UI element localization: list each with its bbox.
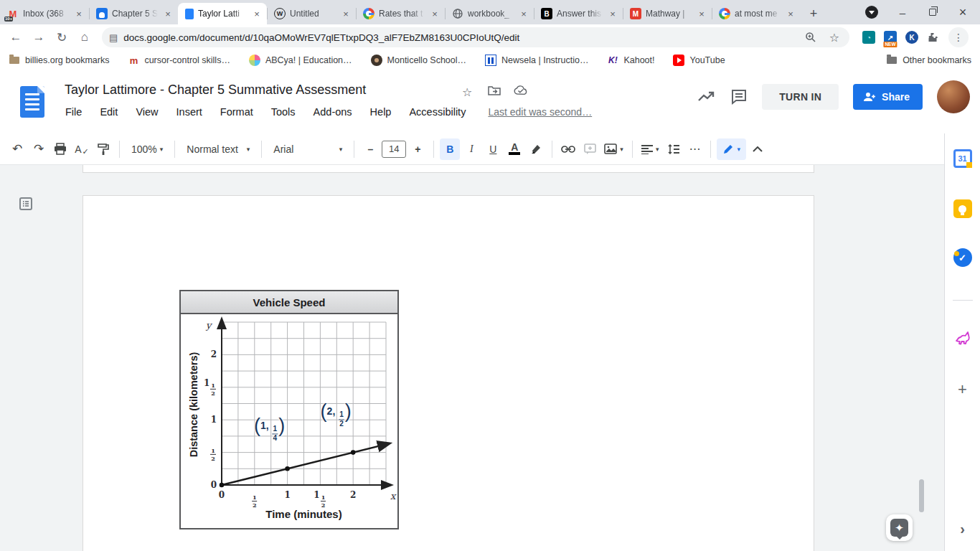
bookmark-newsela[interactable]: Newsela | Instructio… xyxy=(485,55,588,66)
close-icon[interactable]: × xyxy=(429,8,440,19)
line-spacing-button[interactable] xyxy=(663,138,683,160)
trending-activity-icon[interactable] xyxy=(697,90,716,103)
zoom-select[interactable]: 100%▾ xyxy=(126,138,169,160)
tab-mathway[interactable]: M Mathway | × xyxy=(623,3,712,24)
editing-mode-button[interactable]: ▾ xyxy=(717,138,746,160)
menu-file[interactable]: File xyxy=(65,106,82,118)
explore-button[interactable]: ✦ xyxy=(886,514,913,541)
last-edit-link[interactable]: Last edit was second… xyxy=(488,106,592,118)
previous-page-bottom[interactable] xyxy=(83,165,814,173)
insert-link-button[interactable] xyxy=(558,138,578,160)
close-icon[interactable]: × xyxy=(696,8,707,19)
zoom-icon[interactable] xyxy=(805,32,821,43)
text-color-button[interactable]: A xyxy=(504,138,524,160)
bold-button[interactable]: B xyxy=(440,138,460,160)
minimize-button[interactable]: – xyxy=(897,6,908,18)
collapse-toolbar-button[interactable] xyxy=(748,138,768,160)
extension-icon[interactable]: ◔ xyxy=(862,31,875,44)
highlight-color-button[interactable] xyxy=(526,138,546,160)
menu-format[interactable]: Format xyxy=(220,106,253,118)
tab-chapter5[interactable]: Chapter 5 S × xyxy=(89,3,178,24)
decrease-font-button[interactable]: – xyxy=(360,138,380,160)
close-window-button[interactable]: × xyxy=(957,6,969,18)
hide-panel-chevron-icon[interactable]: › xyxy=(960,521,965,537)
tab-untitled[interactable]: W Untitled × xyxy=(267,3,356,24)
back-button[interactable]: ← xyxy=(6,27,26,47)
menu-addons[interactable]: Add-ons xyxy=(314,106,352,118)
close-icon[interactable]: × xyxy=(607,8,618,19)
bookmark-monticello[interactable]: Monticello School… xyxy=(371,55,466,66)
bookmark-abcya[interactable]: ABCya! | Education… xyxy=(249,55,352,66)
spellcheck-button[interactable]: A✓ xyxy=(72,138,92,160)
undo-button[interactable]: ↶ xyxy=(7,138,27,160)
new-tab-button[interactable]: + xyxy=(804,4,824,24)
google-docs-logo[interactable] xyxy=(20,86,44,118)
insert-image-button[interactable]: ▾ xyxy=(601,138,626,160)
cloud-saved-icon[interactable] xyxy=(514,85,528,95)
increase-font-button[interactable]: + xyxy=(407,138,428,160)
menu-help[interactable]: Help xyxy=(370,106,392,118)
more-options-button[interactable]: ⋯ xyxy=(684,138,705,160)
menu-accessibility[interactable]: Accessibility xyxy=(409,106,466,118)
document-title[interactable]: Taylor Lattimore - Chapter 5 Summative A… xyxy=(65,83,366,98)
close-icon[interactable]: × xyxy=(162,8,174,19)
keep-icon[interactable] xyxy=(953,199,972,218)
menu-insert[interactable]: Insert xyxy=(176,106,202,118)
bookmark-youtube[interactable]: YouTube xyxy=(673,55,725,66)
close-icon[interactable]: × xyxy=(73,8,85,19)
bookmark-cursor-control[interactable]: mcursor-control skills… xyxy=(128,55,230,66)
underline-button[interactable]: U xyxy=(483,138,503,160)
redo-button[interactable]: ↷ xyxy=(29,138,49,160)
bookmark-star-icon[interactable]: ☆ xyxy=(826,31,842,44)
document-page[interactable]: Vehicle Speed 0121112201211122yx(1, 14)(… xyxy=(83,195,814,551)
address-bar[interactable]: ▤ docs.google.com/document/d/10qaOMoWrEV… xyxy=(102,27,849,47)
share-button[interactable]: Share xyxy=(853,84,923,110)
align-button[interactable]: ▾ xyxy=(639,138,662,160)
browser-menu-icon[interactable]: ⋮ xyxy=(948,27,969,47)
tasks-icon[interactable]: ✓ xyxy=(953,248,972,267)
close-icon[interactable]: × xyxy=(785,8,796,19)
home-button[interactable]: ⌂ xyxy=(75,27,95,47)
turn-in-button[interactable]: TURN IN xyxy=(762,84,839,110)
vertical-scrollbar[interactable] xyxy=(919,479,924,512)
show-outline-button[interactable] xyxy=(16,194,36,214)
tab-rates[interactable]: Rates that t × xyxy=(356,3,445,24)
menu-view[interactable]: View xyxy=(136,106,158,118)
close-icon[interactable]: × xyxy=(251,8,263,19)
restore-button[interactable] xyxy=(927,6,938,18)
italic-button[interactable]: I xyxy=(461,138,481,160)
reload-button[interactable]: ↻ xyxy=(52,27,72,47)
media-controls-button[interactable] xyxy=(865,6,878,19)
tab-answer[interactable]: B Answer this × xyxy=(534,3,623,24)
print-button[interactable] xyxy=(50,138,70,160)
unicorn-addon-icon[interactable] xyxy=(953,329,972,347)
calendar-icon[interactable]: 31 xyxy=(953,149,972,168)
extension-new-icon[interactable]: ↗NEW xyxy=(884,31,897,44)
close-icon[interactable]: × xyxy=(340,8,352,19)
extension-k-icon[interactable]: K xyxy=(905,31,918,44)
close-icon[interactable]: × xyxy=(518,8,529,19)
star-document-icon[interactable]: ☆ xyxy=(462,85,472,99)
extensions-puzzle-icon[interactable] xyxy=(927,31,940,44)
paint-format-button[interactable] xyxy=(93,138,113,160)
move-to-folder-icon[interactable] xyxy=(488,85,501,95)
insert-comment-button[interactable] xyxy=(580,138,600,160)
bookmark-kahoot[interactable]: K!Kahoot! xyxy=(607,55,654,66)
tab-gmail-inbox[interactable]: M10+ Inbox (368 × xyxy=(0,3,89,24)
menu-edit[interactable]: Edit xyxy=(100,106,118,118)
vehicle-speed-figure[interactable]: Vehicle Speed 0121112201211122yx(1, 14)(… xyxy=(179,290,399,529)
user-avatar[interactable] xyxy=(937,80,970,113)
bookmark-billies[interactable]: billies.org bookmarks xyxy=(9,55,109,66)
forward-button[interactable]: → xyxy=(29,27,49,47)
paragraph-style-select[interactable]: Normal text▾ xyxy=(181,138,255,160)
menu-tools[interactable]: Tools xyxy=(271,106,296,118)
tab-taylor-lattimore-active[interactable]: Taylor Latti × xyxy=(178,3,267,24)
other-bookmarks[interactable]: Other bookmarks xyxy=(886,55,971,66)
font-size-input[interactable]: 14 xyxy=(382,141,406,158)
font-select[interactable]: Arial▾ xyxy=(268,138,348,160)
site-info-icon[interactable]: ▤ xyxy=(109,32,118,43)
tab-at-most[interactable]: at most me × xyxy=(712,3,801,24)
comment-history-icon[interactable] xyxy=(730,88,748,105)
tab-workbook[interactable]: workbook_ × xyxy=(445,3,534,24)
add-addon-icon[interactable]: + xyxy=(958,380,967,399)
